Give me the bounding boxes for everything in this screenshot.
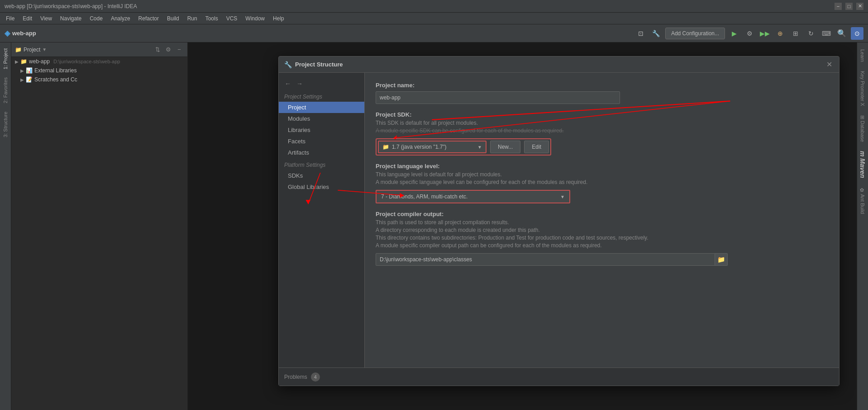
lang-dropdown[interactable]: 7 - Diamonds, ARM, multi-catch etc. ▼ (376, 190, 570, 203)
project-sdk-desc2: A module specific SDK can be configured … (376, 127, 828, 134)
debug-button[interactable]: ▶▶ (758, 27, 771, 40)
maximize-button[interactable]: □ (845, 3, 853, 10)
project-settings-label: Project Settings (279, 90, 364, 102)
profile-button[interactable]: ⊕ (774, 27, 787, 40)
menu-navigate[interactable]: Navigate (57, 14, 85, 23)
panel-controls: ⇅ ⚙ − (153, 45, 184, 54)
compiler-output-label: Project compiler output: (376, 211, 828, 217)
compiler-path-browse-button[interactable]: 📁 (715, 253, 728, 266)
nav-item-project[interactable]: Project (279, 102, 364, 113)
project-name-label: Project name: (376, 82, 828, 89)
nav-item-modules[interactable]: Modules (279, 113, 364, 124)
left-side-tabs: 1: Project 2: Favorites 3: Structure (0, 42, 11, 410)
dialog-icon: 🔧 (284, 61, 291, 68)
toolbar: ◈ web-app ⊡ 🔧 Add Configuration... ▶ ⚙ ▶… (0, 24, 868, 42)
dialog-main: Project name: Project SDK: This SDK is d… (365, 73, 839, 368)
project-structure-icon[interactable]: 🔧 (650, 27, 663, 40)
menu-code[interactable]: Code (86, 14, 106, 23)
menu-analyze[interactable]: Analyze (107, 14, 134, 23)
expand-arrow-scratch-icon: ▶ (20, 77, 24, 82)
menu-refactor[interactable]: Refactor (135, 14, 162, 23)
menu-edit[interactable]: Edit (19, 14, 36, 23)
right-tab-key-promoter[interactable]: Key Promoter X (858, 66, 867, 111)
app-name: ◈ web-app (5, 29, 36, 38)
close-window-button[interactable]: ✕ (856, 3, 863, 10)
compiler-path-input[interactable] (376, 253, 715, 266)
menu-run[interactable]: Run (184, 14, 201, 23)
sdk-dropdown-arrow-icon: ▼ (477, 145, 482, 150)
tree-item-scratches[interactable]: ▶ 📝 Scratches and Cc (11, 75, 187, 84)
sdk-folder-icon: 📁 (382, 144, 389, 150)
add-configuration-button[interactable]: Add Configuration... (665, 28, 725, 39)
compiler-desc4: A module specific compiler output path c… (376, 242, 828, 249)
update-button[interactable]: ↻ (805, 27, 817, 40)
search-button[interactable]: 🔍 (835, 27, 848, 40)
sdk-new-button[interactable]: New... (490, 141, 520, 153)
right-tab-maven[interactable]: m Maven (857, 146, 868, 183)
right-tab-learn[interactable]: Learn (858, 45, 867, 66)
nav-forward-button[interactable]: → (295, 79, 304, 88)
settings-sidebar-button[interactable]: ⊙ (851, 27, 863, 40)
sdk-edit-button[interactable]: Edit (524, 141, 549, 153)
scratches-icon: 📝 (26, 76, 33, 83)
settings-button[interactable]: ⚙ (164, 45, 173, 54)
project-lang-desc2: A module specific language level can be … (376, 179, 828, 185)
project-sdk-section-title: Project SDK: (376, 111, 828, 118)
project-name-input[interactable] (376, 91, 620, 104)
minimize-button[interactable]: − (835, 3, 842, 10)
menu-help[interactable]: Help (269, 14, 288, 23)
nav-item-libraries[interactable]: Libraries (279, 124, 364, 136)
sdk-dropdown[interactable]: 📁 1.7 (java version "1.7") ▼ (378, 141, 486, 153)
project-structure-dialog: 🔧 Project Structure ✕ ← → Project Settin… (278, 56, 839, 386)
hide-panel-button[interactable]: − (175, 45, 184, 54)
main-area: 1: Project 2: Favorites 3: Structure 📁 P… (0, 42, 868, 410)
library-icon: 📊 (26, 67, 33, 74)
title-bar-text: web-app [D:\jun\workspace-sts\web-app] -… (5, 3, 137, 9)
dialog-footer: Problems 4 (279, 368, 839, 386)
sidebar-item-favorites[interactable]: 2: Favorites (1, 74, 10, 107)
tree-item-external-libraries[interactable]: ▶ 📊 External Libraries (11, 66, 187, 75)
database-icon: ⊞ (860, 115, 865, 119)
menu-view[interactable]: View (37, 14, 56, 23)
right-tab-ant-build[interactable]: ✿ Ant Build (858, 183, 868, 218)
sync-button[interactable]: ⇅ (153, 45, 162, 54)
project-lang-desc1: This language level is default for all p… (376, 171, 828, 178)
build-button[interactable]: ⚙ (743, 27, 756, 40)
nav-item-facets[interactable]: Facets (279, 136, 364, 147)
menu-vcs[interactable]: VCS (223, 14, 241, 23)
coverage-button[interactable]: ⊞ (789, 27, 802, 40)
dialog-title: Project Structure (295, 61, 343, 68)
panel-header: 📁 Project ▼ ⇅ ⚙ − (11, 42, 187, 57)
dialog-nav: ← → Project Settings Project Modules Lib… (279, 73, 365, 368)
project-sdk-desc1: This SDK is default for all project modu… (376, 120, 828, 126)
compiler-path-row: 📁 (376, 253, 828, 266)
layout-icon[interactable]: ⊡ (634, 27, 647, 40)
sidebar-item-structure[interactable]: 3: Structure (1, 108, 10, 141)
project-lang-section-title: Project language level: (376, 163, 828, 170)
nav-back-button[interactable]: ← (283, 79, 292, 88)
tree-item-webapp[interactable]: ▶ 📁 web-app D:\jun\workspace-sts\web-app (11, 57, 187, 66)
dialog-close-button[interactable]: ✕ (825, 60, 834, 69)
keymap-button[interactable]: ⌨ (820, 27, 833, 40)
problems-label: Problems (284, 374, 307, 380)
title-bar: web-app [D:\jun\workspace-sts\web-app] -… (0, 0, 868, 13)
problems-badge: 4 (311, 372, 320, 382)
nav-item-sdks[interactable]: SDKs (279, 170, 364, 181)
folder-icon: 📁 (15, 47, 22, 53)
menu-tools[interactable]: Tools (202, 14, 222, 23)
menu-build[interactable]: Build (163, 14, 183, 23)
nav-item-global-libraries[interactable]: Global Libraries (279, 181, 364, 193)
nav-item-artifacts[interactable]: Artifacts (279, 147, 364, 158)
dialog-nav-header: ← → (279, 77, 364, 90)
platform-settings-label: Platform Settings (279, 158, 364, 170)
right-tab-database[interactable]: ⊞ Database (858, 111, 868, 146)
sdk-value: 1.7 (java version "1.7") (392, 144, 447, 150)
compiler-section: Project compiler output: This path is us… (376, 211, 828, 266)
project-panel: 📁 Project ▼ ⇅ ⚙ − ▶ 📁 web-app D:\jun\wor… (11, 42, 188, 410)
dropdown-arrow-icon: ▼ (42, 47, 47, 52)
menu-file[interactable]: File (2, 14, 18, 23)
run-button[interactable]: ▶ (728, 27, 740, 40)
menu-window[interactable]: Window (242, 14, 268, 23)
sidebar-item-project[interactable]: 1: Project (1, 45, 10, 73)
sdk-row: 📁 1.7 (java version "1.7") ▼ New... Edit (376, 138, 828, 156)
